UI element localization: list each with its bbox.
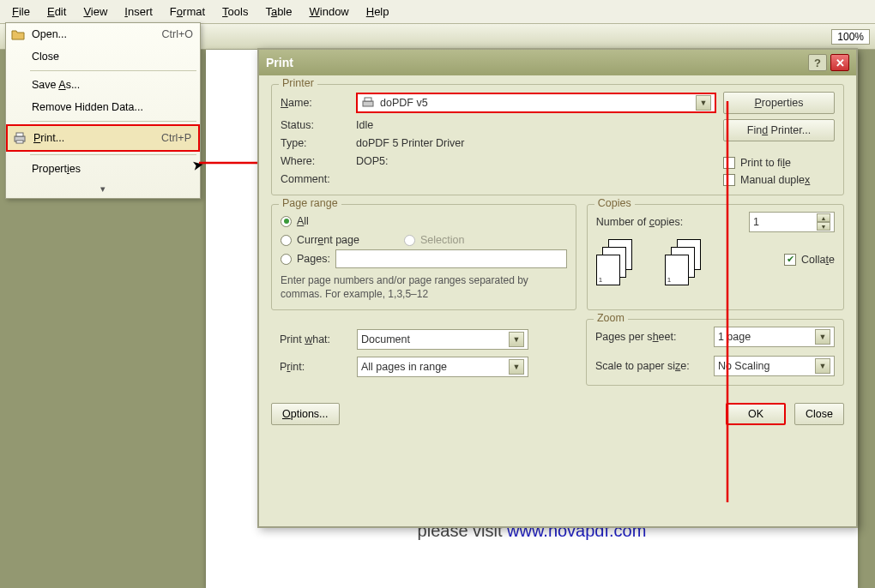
copies-group: Copies Number of copies: 1 ▲▼ 321 321 ✔ <box>587 204 844 310</box>
print-what-label: Print what: <box>280 333 357 345</box>
scale-combo[interactable]: No Scaling▼ <box>714 356 835 376</box>
menu-tools[interactable]: Tools <box>214 2 256 21</box>
zoom-group: Zoom Pages per sheet: 1 page▼ Scale to p… <box>586 319 844 386</box>
copies-legend: Copies <box>594 197 635 209</box>
where-label: Where: <box>281 155 349 167</box>
radio-current[interactable] <box>281 235 292 246</box>
printer-icon <box>13 131 27 145</box>
printer-name-value: doPDF v5 <box>380 97 428 109</box>
chevron-down-icon[interactable]: ▼ <box>509 332 524 347</box>
print-which-label: Print: <box>280 361 357 373</box>
copies-value: 1 <box>753 216 759 228</box>
print-dialog: Print ? ✕ Printer Name: doPDF v5 ▼ Prope… <box>257 48 858 528</box>
svg-rect-3 <box>363 101 373 106</box>
menu-sep <box>30 70 196 71</box>
radio-selection <box>404 235 415 246</box>
menu-file[interactable]: File <box>3 2 39 21</box>
menu-view[interactable]: View <box>75 2 116 21</box>
where-value: DOP5: <box>356 155 716 167</box>
pages-per-sheet-combo[interactable]: 1 page▼ <box>714 327 835 347</box>
page-range-hint: Enter page numbers and/or page ranges se… <box>281 273 567 301</box>
find-printer-button[interactable]: Find Printer... <box>723 119 835 141</box>
dialog-title: Print <box>266 56 293 69</box>
menu-help[interactable]: Help <box>358 2 398 21</box>
chevron-down-icon[interactable]: ▼ <box>815 358 830 374</box>
chevron-down-icon[interactable]: ▼ <box>696 95 711 111</box>
type-label: Type: <box>281 137 349 149</box>
comment-label: Comment: <box>281 173 349 185</box>
menu-window[interactable]: Window <box>301 2 358 21</box>
pages-per-sheet-label: Pages per sheet: <box>595 331 707 343</box>
chevron-down-icon[interactable]: ▼ <box>815 329 830 345</box>
collate-icon: 321 321 <box>596 239 708 286</box>
menu-open[interactable]: Open...Ctrl+O <box>6 23 200 45</box>
close-button[interactable]: Close <box>794 403 844 425</box>
menu-edit[interactable]: Edit <box>39 2 75 21</box>
radio-all[interactable]: All <box>281 212 567 231</box>
chevron-down-icon[interactable]: ▼ <box>509 359 524 375</box>
scale-label: Scale to paper size: <box>595 360 707 372</box>
status-label: Status: <box>281 119 349 131</box>
menu-expand-icon[interactable]: ▾ <box>6 180 200 198</box>
printer-name-combo[interactable]: doPDF v5 ▼ <box>356 93 716 113</box>
spin-down-icon[interactable]: ▼ <box>817 222 830 231</box>
menu-format[interactable]: Format <box>161 2 214 21</box>
print-which-combo[interactable]: All pages in range▼ <box>357 357 528 377</box>
printer-group: Printer Name: doPDF v5 ▼ Properties Find… <box>271 84 844 195</box>
dialog-help-button[interactable]: ? <box>808 54 827 71</box>
manual-duplex-checkbox[interactable]: Manual duplex <box>723 174 835 186</box>
type-value: doPDF 5 Printer Driver <box>356 137 716 149</box>
properties-button[interactable]: Properties <box>723 92 835 114</box>
menu-print[interactable]: Print...Ctrl+P <box>6 124 200 152</box>
open-folder-icon <box>11 27 25 41</box>
print-to-file-checkbox[interactable]: Print to file <box>723 157 835 169</box>
dialog-titlebar: Print ? ✕ <box>259 50 856 75</box>
svg-rect-4 <box>365 98 371 101</box>
printer-icon <box>361 96 375 110</box>
print-what-combo[interactable]: Document▼ <box>357 329 528 350</box>
menu-close[interactable]: Close <box>6 45 200 68</box>
menu-properties[interactable]: Properties <box>6 158 200 180</box>
spin-up-icon[interactable]: ▲ <box>817 213 830 222</box>
page-range-group: Page range All Current page Selection Pa… <box>271 204 576 310</box>
menubar: File Edit View Insert Format Tools Table… <box>0 0 875 24</box>
menu-remove-hidden[interactable]: Remove Hidden Data... <box>6 96 200 118</box>
num-copies-label: Number of copies: <box>596 216 683 228</box>
collate-checkbox[interactable]: ✔Collate <box>784 254 835 266</box>
ok-button[interactable]: OK <box>726 403 786 425</box>
printer-legend: Printer <box>279 77 317 89</box>
options-button[interactable]: Options... <box>271 403 340 425</box>
menu-sep <box>30 154 196 155</box>
status-value: Idle <box>356 119 716 131</box>
menu-save-as[interactable]: Save As... <box>6 74 200 96</box>
radio-pages[interactable] <box>281 254 292 265</box>
svg-rect-2 <box>16 141 23 143</box>
file-menu-dropdown: Open...Ctrl+O Close Save As... Remove Hi… <box>5 22 201 199</box>
dialog-close-button[interactable]: ✕ <box>830 54 849 71</box>
copies-spinner[interactable]: 1 ▲▼ <box>749 212 835 232</box>
page-range-legend: Page range <box>279 197 341 209</box>
zoom-legend: Zoom <box>594 312 628 324</box>
name-label: Name: <box>281 97 349 109</box>
zoom-box[interactable]: 100% <box>831 29 870 45</box>
menu-sep <box>30 121 196 122</box>
svg-rect-1 <box>16 133 23 136</box>
pages-input[interactable] <box>335 249 567 268</box>
menu-table[interactable]: Table <box>256 2 300 21</box>
menu-insert[interactable]: Insert <box>116 2 161 21</box>
